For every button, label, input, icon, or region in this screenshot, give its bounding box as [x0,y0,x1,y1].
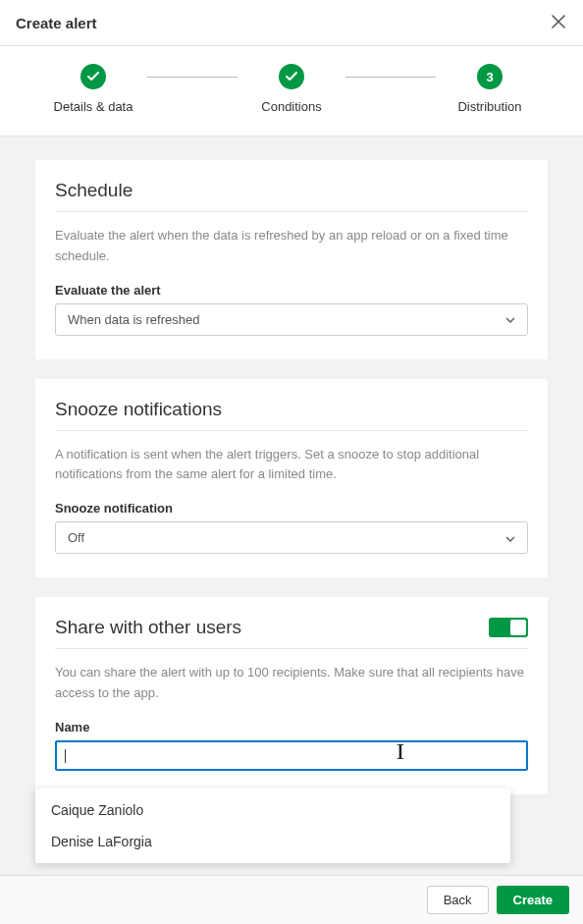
share-toggle[interactable] [489,618,528,637]
step-label: Details & data [54,99,133,114]
create-button[interactable]: Create [497,886,569,914]
suggestion-item[interactable]: Denise LaForgia [35,826,510,857]
schedule-title-text: Schedule [55,180,132,201]
wizard-stepper: Details & data Conditions 3 Distribution [0,46,583,136]
back-button[interactable]: Back [427,886,489,914]
step-connector [147,77,238,78]
text-caret [65,749,66,763]
share-card: Share with other users You can share the… [35,597,548,794]
modal-title: Create alert [16,15,97,31]
modal-content: Schedule Evaluate the alert when the dat… [0,136,583,875]
snooze-notification-select[interactable]: Off [55,521,528,554]
step-distribution[interactable]: 3 Distribution [436,64,544,114]
schedule-card: Schedule Evaluate the alert when the dat… [35,160,548,359]
step-connector [345,77,436,78]
snooze-card: Snooze notifications A notification is s… [35,379,548,578]
select-value: When data is refreshed [68,312,199,327]
modal-header: Create alert [0,0,583,46]
close-icon[interactable] [550,12,567,33]
snooze-description: A notification is sent when the alert tr… [55,445,528,486]
name-field-label: Name [55,720,528,734]
card-title: Share with other users [55,617,528,649]
snooze-title-text: Snooze notifications [55,399,222,420]
step-details-data[interactable]: Details & data [39,64,147,114]
schedule-description: Evaluate the alert when the data is refr… [55,226,528,267]
evaluate-alert-label: Evaluate the alert [55,283,528,298]
evaluate-alert-select[interactable]: When data is refreshed [55,303,528,336]
card-title: Schedule [55,180,528,212]
step-label: Conditions [261,99,321,114]
step-number-icon: 3 [477,64,503,89]
create-alert-modal: Create alert Details & data Conditions 3… [0,0,583,924]
chevron-down-icon [505,531,515,545]
check-icon [279,64,304,89]
step-label: Distribution [457,99,521,114]
modal-footer: Back Create [0,875,583,924]
name-input[interactable] [55,740,528,772]
select-value: Off [68,530,84,545]
share-title-text: Share with other users [55,617,241,638]
suggestion-item[interactable]: Caique Zaniolo [35,794,510,826]
chevron-down-icon [505,312,515,326]
check-icon [80,64,106,89]
card-title: Snooze notifications [55,399,528,431]
share-description: You can share the alert with up to 100 r… [55,663,528,704]
step-conditions[interactable]: Conditions [238,64,345,114]
name-suggestions-dropdown: Caique Zaniolo Denise LaForgia [35,788,510,863]
toggle-knob [510,620,526,635]
snooze-notification-label: Snooze notification [55,501,528,516]
